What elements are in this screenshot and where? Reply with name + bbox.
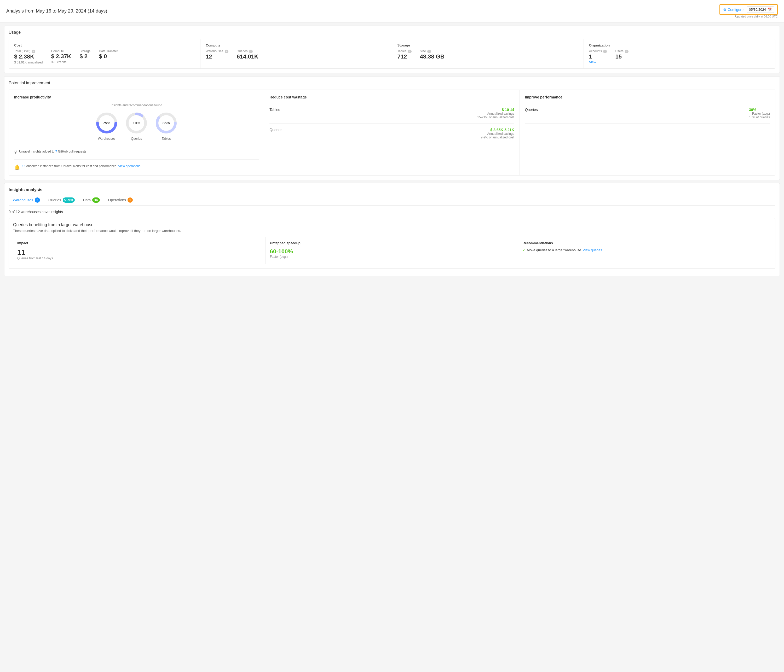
cost-block: Cost Total (USD) i $ 2.38K $ 61.91K annu… [9, 39, 201, 68]
perf-value: 30% [749, 108, 770, 112]
view-queries-link[interactable]: View queries [583, 248, 602, 252]
storage-label: Storage [80, 50, 91, 53]
alerts-insight: 🔔 16 observed instances from Unravel ale… [14, 159, 259, 170]
transfer-value: $ 0 [99, 53, 118, 60]
potential-improvement-section: Potential improvement Increase productiv… [4, 76, 780, 180]
size-label: Size i [420, 50, 445, 53]
github-insight: ⑂ Unravel insights added to 7 GitHub pul… [14, 145, 259, 155]
org-title: Organization [589, 43, 770, 47]
tables-cost-row: Tables $ 10-14 Annualized savings 15-21%… [269, 103, 514, 124]
warehouses-donut-svg: 75% [95, 111, 118, 135]
tables-cost-value: $ 10-14 [477, 108, 514, 112]
storage-block: Storage Tables i 712 Size i 48.38 GB [392, 39, 584, 68]
operations-badge: 1 [128, 197, 133, 203]
total-info-icon[interactable]: i [32, 50, 35, 53]
queries-value: 614.01K [237, 53, 258, 60]
insight-card: Queries benefiting from a larger warehou… [9, 218, 775, 269]
insights-tabs: Warehouses 9 Queries 58.93K Data 602 Ope… [9, 196, 775, 206]
tab-data[interactable]: Data 602 [79, 196, 104, 205]
faster-label: Faster (avg.) [749, 112, 770, 115]
org-block: Organization Accounts i 1 View Users i 1… [584, 39, 775, 68]
transfer-label: Data Transfer [99, 50, 118, 53]
insight-card-desc: These queries have data spilled to disks… [13, 229, 771, 233]
accounts-info-icon[interactable]: i [603, 50, 607, 53]
tables-cost-pct: 15-21% of annualized cost [477, 115, 514, 119]
date-picker[interactable]: 05/30/2024 📅 [747, 6, 774, 13]
size-info-icon[interactable]: i [427, 50, 431, 53]
tables-savings-label: Annualized savings [477, 112, 514, 115]
pct-queries: 10% of queries [749, 115, 770, 119]
check-icon: ✓ [523, 248, 525, 252]
cost-wastage-title: Reduce cost wastage [269, 95, 514, 99]
rec-item: ✓ Move queries to a larger warehouse Vie… [523, 248, 767, 252]
tab-operations[interactable]: Operations 1 [104, 196, 137, 205]
users-value: 15 [615, 53, 628, 60]
tab-queries[interactable]: Queries 58.93K [44, 196, 79, 205]
annualized-value: $ 61.91K annualized [14, 61, 43, 64]
donut-row: 75% Warehouses 10% Queries [14, 111, 259, 141]
usage-section: Usage Cost Total (USD) i $ 2.38K $ 61.91… [4, 26, 780, 73]
warehouses-value: 12 [206, 53, 228, 60]
performance-block: Improve performance Queries 30% Faster (… [520, 90, 775, 175]
usage-title: Usage [9, 30, 775, 35]
tables-donut-label: Tables [162, 137, 171, 141]
view-operations-link[interactable]: View operations [118, 164, 140, 168]
rec-text: Move queries to a larger warehouse [527, 248, 581, 252]
improvement-grid: Increase productivity Insights and recom… [9, 90, 775, 175]
insights-analysis-section: Insights analysis Warehouses 9 Queries 5… [4, 183, 780, 276]
page-header: Analysis from May 16 to May 29, 2024 (14… [0, 0, 784, 22]
gear-icon: ⚙ [723, 8, 726, 12]
svg-text:85%: 85% [163, 121, 170, 125]
bell-icon: 🔔 [14, 164, 20, 170]
queries-donut-label: Queries [131, 137, 142, 141]
queries-info-icon[interactable]: i [249, 50, 253, 53]
insights-analysis-title: Insights analysis [9, 188, 775, 192]
alerts-text: 16 observed instances from Unravel alert… [22, 164, 140, 168]
total-label: Total (USD) i [14, 50, 43, 53]
tables-info-icon[interactable]: i [408, 50, 412, 53]
queries-label: Queries i [237, 50, 258, 53]
queries-cost-value: $ 3.65K-5.21K [481, 128, 514, 132]
accounts-label: Accounts i [589, 50, 607, 53]
configure-button[interactable]: ⚙ Configure [723, 8, 744, 12]
insight-card-title: Queries benefiting from a larger warehou… [13, 222, 771, 227]
svg-text:75%: 75% [103, 121, 110, 125]
impact-title: Impact [17, 241, 261, 245]
users-info-icon[interactable]: i [625, 50, 628, 53]
storage-block-title: Storage [398, 43, 578, 47]
queries-donut-container: 10% Queries [124, 111, 148, 141]
users-label: Users i [615, 50, 628, 53]
tab-warehouses[interactable]: Warehouses 9 [9, 196, 44, 205]
tables-donut-svg: 85% [154, 111, 178, 135]
potential-improvement-title: Potential improvement [9, 81, 775, 85]
compute-label: Compute [51, 50, 71, 53]
cost-wastage-block: Reduce cost wastage Tables $ 10-14 Annua… [264, 90, 520, 175]
productivity-block: Increase productivity Insights and recom… [9, 90, 264, 175]
tables-cost-right: $ 10-14 Annualized savings 15-21% of ann… [477, 108, 514, 119]
calendar-icon: 📅 [767, 8, 772, 11]
speedup-value: 60-100% [270, 248, 514, 255]
perf-queries-label: Queries [525, 108, 538, 112]
total-value: $ 2.38K [14, 53, 43, 60]
recommendations-col: Recommendations ✓ Move queries to a larg… [518, 237, 771, 264]
svg-text:10%: 10% [133, 121, 140, 125]
warehouses-info-icon[interactable]: i [225, 50, 229, 53]
insights-found-label: Insights and recommendations found [14, 103, 259, 107]
github-text: Unravel insights added to 7 GitHub pull … [19, 149, 87, 154]
page-title: Analysis from May 16 to May 29, 2024 (14… [6, 8, 107, 14]
queries-savings-label: Annualized savings [481, 132, 514, 135]
warehouses-label: Warehouses i [206, 50, 228, 53]
warehouses-summary: 9 of 12 warehouses have insights [9, 210, 775, 214]
usage-grid: Cost Total (USD) i $ 2.38K $ 61.91K annu… [9, 39, 775, 69]
queries-donut-svg: 10% [124, 111, 148, 135]
recommendations-title: Recommendations [523, 241, 767, 245]
tables-label: Tables i [398, 50, 412, 53]
storage-value: $ 2 [80, 53, 91, 60]
queries-cost-pct: 7-9% of annualized cost [481, 135, 514, 139]
queries-badge: 58.93K [63, 197, 75, 203]
compute-block-title: Compute [206, 43, 386, 47]
queries-cost-row: Queries $ 3.65K-5.21K Annualized savings… [269, 124, 514, 143]
updated-text: Updated once daily at 06:00 UTC [735, 15, 778, 18]
configure-panel: ⚙ Configure 05/30/2024 📅 [719, 4, 778, 15]
view-link[interactable]: View [589, 60, 607, 64]
